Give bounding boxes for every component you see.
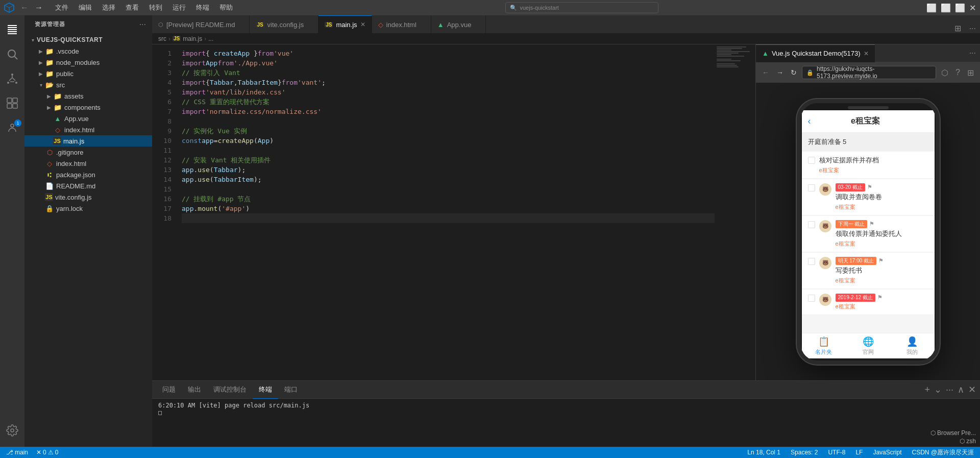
tab-app-vue[interactable]: ▲ App.vue ✕ [431,15,486,33]
task-checkbox-5[interactable] [808,295,815,302]
more-actions-icon[interactable]: ··· [139,20,146,29]
menu-terminal[interactable]: 终端 [192,2,213,13]
tree-item-vite-config[interactable]: JS vite.config.js [24,191,152,203]
encoding-status[interactable]: UTF-8 [826,449,847,456]
menu-view[interactable]: 查看 [121,2,143,13]
tab-main-js[interactable]: JS main.js ✕ [318,15,372,33]
code-content[interactable]: import { createApp } from 'vue' import A… [178,44,715,380]
panel-tab-terminal[interactable]: 终端 [253,381,278,399]
more-panel-button[interactable]: ··· [946,384,953,395]
tab-vite-config[interactable]: JS vite.config.js ✕ [250,15,318,33]
menu-run[interactable]: 运行 [168,2,190,13]
tree-item-readme[interactable]: 📄 README.md [24,180,152,191]
tab-close-main[interactable]: ✕ [360,21,365,28]
task-item-3[interactable]: 🐻 下周一 截止 ⚑ 领取传票并通知委托人 e租宝案 [802,216,935,252]
preview-tab[interactable]: ▲ Vue.js Quickstart Demo(5173) ✕ [756,44,875,62]
activity-source-control[interactable] [0,66,24,91]
menu-edit[interactable]: 编辑 [75,2,96,13]
tree-root[interactable]: ▾ VUEJS-QUICKSTART [24,34,152,45]
task-item-4[interactable]: 🐻 明天 17:00 截止 ⚑ 写委托书 e租宝案 [802,253,935,289]
task-item-2[interactable]: 🐻 03-20 截止 ⚑ 调取并查阅卷卷 e租宝案 [802,179,935,215]
panel-tab-ports[interactable]: 端口 [278,381,304,399]
task-checkbox-3[interactable] [808,221,815,228]
tree-item-public[interactable]: ▶ 📁 public [24,68,152,79]
tree-item-vscode[interactable]: ▶ 📁 .vscode [24,45,152,57]
language-status[interactable]: JavaScript [871,449,903,456]
activity-accounts[interactable]: 1 [0,115,24,140]
close-panel-button[interactable]: ✕ [968,384,976,395]
preview-more-button[interactable]: ··· [965,49,980,58]
svg-point-2 [11,74,13,76]
tree-item-index-html[interactable]: ◇ index.html [24,158,152,169]
branch-status[interactable]: ⎇ main [4,449,30,456]
tree-item-main-js[interactable]: JS main.js [24,135,152,147]
browser-url-bar[interactable]: 🔒 https://gukxhv-iuqcts-5173.preview.myi… [802,66,936,79]
tree-item-gitignore[interactable]: ⬡ .gitignore [24,147,152,158]
browser-toolbar: ← → ↻ 🔒 https://gukxhv-iuqcts-5173.previ… [756,62,980,83]
task-checkbox-2[interactable] [808,184,815,191]
errors-status[interactable]: ✕ 0 ⚠ 0 [34,449,60,456]
back-arrow[interactable]: ← [18,2,31,13]
panel-tab-problems[interactable]: 问题 [156,381,182,399]
tree-item-src-index-html[interactable]: ◇ index.html [24,124,152,135]
tab-index-html[interactable]: ◇ index.html ✕ [372,15,431,33]
tree-item-assets[interactable]: ▶ 📁 assets [24,90,152,102]
panel-tab-debug[interactable]: 调试控制台 [207,381,253,399]
more-tabs-button[interactable]: ··· [965,24,980,33]
app-back-button[interactable]: ‹ [808,116,811,127]
add-terminal-button[interactable]: + [924,384,930,395]
code-line-9: // 实例化 Vue 实例 [182,126,715,136]
spaces-status[interactable]: Spaces: 2 [789,449,820,456]
task-checkbox-1[interactable] [808,157,815,164]
task-item-5[interactable]: 🐻 2019-2-12 截止 ⚑ e租宝案 [802,290,935,315]
tree-item-app-vue[interactable]: ▲ App.vue [24,113,152,124]
browser-forward-button[interactable]: → [774,66,786,79]
split-icon[interactable]: ⬜ [955,3,965,13]
menu-file[interactable]: 文件 [51,2,72,13]
gitignore-label: .gitignore [56,149,83,156]
browser-back-button[interactable]: ← [760,66,771,79]
task-text-4: 写委托书 [836,266,928,275]
app-tab-mine[interactable]: 👤 我的 [890,333,935,358]
task-checkbox-4[interactable] [808,258,815,265]
preview-tab-close[interactable]: ✕ [864,50,869,57]
task-tag-4: e租宝案 [836,277,928,284]
forward-arrow[interactable]: → [33,2,45,13]
vite-tab-icon: JS [256,22,264,28]
tree-item-src[interactable]: ▾ 📂 src [24,79,152,90]
activity-explorer[interactable] [0,17,24,42]
activity-search[interactable] [0,42,24,66]
position-status[interactable]: Ln 18, Col 1 [745,449,782,456]
search-input[interactable]: 🔍 vuejs-quickstart [505,2,658,13]
maximize-panel-button[interactable]: ∧ [958,384,964,395]
open-external-icon[interactable]: ⬡ [939,66,950,80]
split-terminal-button[interactable]: ⌄ [934,384,942,395]
src-index-html-label: index.html [64,126,94,134]
deadline-badge-2: 03-20 截止 [836,183,865,191]
activity-extensions[interactable] [0,91,24,115]
tab-preview-readme[interactable]: ⬡ [Preview] README.md ✕ [152,15,250,33]
menu-goto[interactable]: 转到 [145,2,166,13]
tree-item-node-modules[interactable]: ▶ 📁 node_modules [24,57,152,68]
panel-tab-output[interactable]: 输出 [182,381,207,399]
tree-item-components[interactable]: ▶ 📁 components [24,102,152,113]
cards-tab-label: 名片夹 [815,348,832,356]
task-item-1[interactable]: 核对证据原件并存档 e租宝案 [802,152,935,179]
tree-item-yarn-lock[interactable]: 🔒 yarn.lock [24,203,152,214]
split-editor-button[interactable]: ⊞ [950,23,965,33]
maximize-icon[interactable]: ⬜ [941,3,951,13]
app-tab-cards[interactable]: 📋 名片夹 [802,333,846,358]
close-icon[interactable]: ✕ [969,3,976,13]
line-ending-status[interactable]: LF [853,449,865,456]
menu-help[interactable]: 帮助 [215,2,237,13]
activity-settings[interactable] [0,418,24,443]
minimize-icon[interactable]: ⬜ [926,3,937,13]
browser-settings-icon[interactable]: ⊞ [965,66,976,80]
tree-item-package-json[interactable]: ⑆ package.json [24,169,152,180]
app-tab-website[interactable]: 🌐 官网 [846,333,890,358]
menu-select[interactable]: 选择 [98,2,119,13]
browser-help-icon[interactable]: ? [953,66,962,80]
code-editor[interactable]: 12345 678910 1112131415 161718 import { … [152,44,755,380]
browser-refresh-button[interactable]: ↻ [789,66,799,79]
terminal-content[interactable]: 6:20:10 AM [vite] page reload src/main.j… [152,399,568,447]
